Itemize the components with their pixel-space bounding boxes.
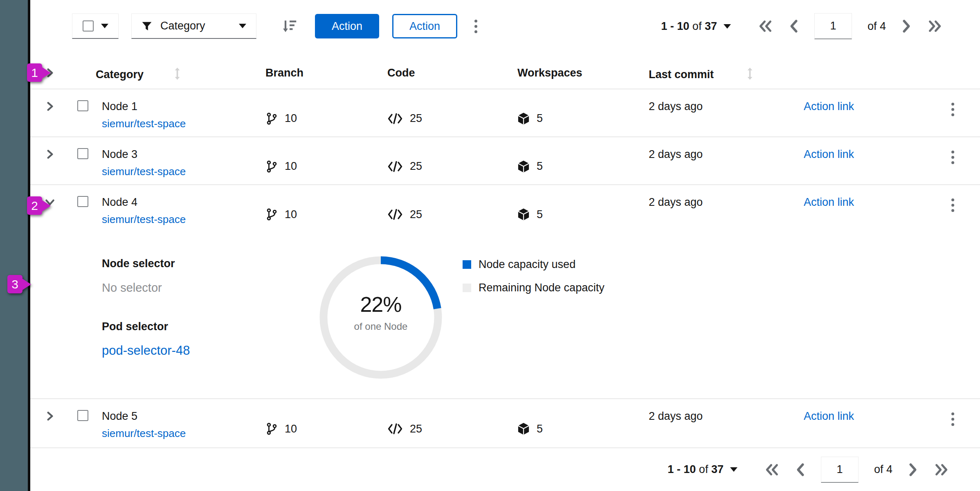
- row-expand-chevron[interactable]: [45, 101, 55, 115]
- row-expand-chevron[interactable]: [45, 411, 55, 424]
- row-space-link[interactable]: siemur/test-space: [102, 117, 265, 130]
- table-demo-page: Category Action Action 1 - 10 of 37: [30, 0, 980, 491]
- row-name: Node 5: [102, 410, 137, 422]
- annotation-badge-3: 3: [7, 275, 22, 293]
- last-page-button[interactable]: [933, 463, 949, 477]
- row-kebab-menu[interactable]: [949, 100, 957, 137]
- sort-both-icon: [174, 67, 181, 81]
- table-row-expanded: Node 4 siemur/test-space 10 25 5: [30, 185, 980, 233]
- cube-icon: [517, 208, 530, 221]
- node-selector-value: No selector: [102, 281, 190, 294]
- primary-action-button[interactable]: Action: [315, 14, 379, 38]
- branch-icon: [265, 112, 278, 125]
- workspaces-count: 5: [537, 160, 543, 173]
- caret-down-icon: [239, 24, 246, 28]
- workspaces-count: 5: [537, 112, 543, 125]
- category-filter-toggle[interactable]: Category: [131, 14, 256, 39]
- donut-percent-label: 22%: [360, 292, 401, 317]
- row-expansion-panel: Node selector No selector Pod selector p…: [30, 233, 980, 399]
- pod-selector-link[interactable]: pod-selector-48: [102, 343, 190, 358]
- current-page-input[interactable]: [821, 457, 859, 483]
- donut-subtitle: of one Node: [354, 321, 408, 332]
- sort-amount-down-icon: [281, 19, 298, 34]
- row-action-link[interactable]: Action link: [804, 100, 854, 113]
- last-page-button[interactable]: [927, 19, 942, 33]
- pagination-top: 1 - 10 of 37 of 4: [661, 13, 942, 39]
- code-icon: [387, 209, 403, 220]
- row-action-link[interactable]: Action link: [804, 410, 854, 422]
- previous-page-button[interactable]: [789, 19, 799, 33]
- row-name: Node 3: [102, 148, 137, 160]
- code-count: 25: [410, 423, 422, 435]
- last-commit-cell: 2 days ago: [649, 137, 804, 185]
- first-page-button[interactable]: [764, 463, 780, 477]
- pod-selector-label: Pod selector: [102, 320, 190, 333]
- bulk-select-toggle[interactable]: [72, 14, 119, 39]
- secondary-action-button[interactable]: Action: [392, 14, 457, 38]
- branch-icon: [265, 208, 278, 221]
- cube-icon: [517, 112, 530, 125]
- row-checkbox[interactable]: [77, 148, 88, 159]
- per-page-dropdown[interactable]: 1 - 10 of 37: [668, 463, 737, 476]
- column-header-workspaces: Workspaces: [517, 58, 649, 89]
- per-page-dropdown[interactable]: 1 - 10 of 37: [661, 20, 731, 33]
- annotation-badge-1: 1: [27, 63, 42, 82]
- bulk-select-checkbox[interactable]: [83, 20, 94, 32]
- toolbar-kebab-menu[interactable]: [472, 17, 480, 36]
- code-icon: [387, 113, 403, 124]
- row-kebab-menu[interactable]: [949, 410, 957, 448]
- row-kebab-menu[interactable]: [949, 196, 957, 233]
- row-action-link[interactable]: Action link: [804, 196, 854, 208]
- branch-count: 10: [285, 112, 297, 125]
- last-commit-cell: 2 days ago: [649, 89, 804, 137]
- row-checkbox[interactable]: [77, 100, 88, 111]
- pagination-bottom: 1 - 10 of 37 of 4: [668, 457, 949, 483]
- total-pages-label: of 4: [868, 20, 886, 33]
- row-checkbox[interactable]: [77, 196, 88, 207]
- cube-icon: [517, 160, 530, 173]
- column-header-category[interactable]: Category: [96, 58, 265, 89]
- legend-swatch-remaining: [463, 284, 471, 292]
- column-header-branch: Branch: [265, 58, 387, 89]
- branch-icon: [265, 422, 278, 435]
- legend-item-used: Node capacity used: [463, 258, 605, 271]
- last-commit-cell: 2 days ago: [649, 399, 804, 448]
- code-count: 25: [410, 112, 422, 125]
- code-count: 25: [410, 160, 422, 173]
- cube-icon: [517, 422, 530, 435]
- workspaces-count: 5: [537, 208, 543, 221]
- table-row: Node 5 siemur/test-space 10 25 5: [30, 399, 980, 448]
- pagination-nav: of 4: [758, 13, 942, 39]
- row-expand-chevron[interactable]: [45, 149, 55, 162]
- background-sidebar-strip: [0, 0, 28, 491]
- row-checkbox[interactable]: [77, 410, 88, 421]
- next-page-button[interactable]: [908, 463, 918, 477]
- row-space-link[interactable]: siemur/test-space: [102, 427, 265, 440]
- next-page-button[interactable]: [901, 19, 911, 33]
- current-page-input[interactable]: [814, 13, 852, 39]
- table-row: Node 3 siemur/test-space 10 25 5: [30, 137, 980, 185]
- legend-label-remaining: Remaining Node capacity: [479, 282, 605, 294]
- total-pages-label: of 4: [874, 463, 892, 476]
- sort-button[interactable]: [281, 19, 298, 34]
- row-space-link[interactable]: siemur/test-space: [102, 213, 265, 226]
- table-row: Node 1 siemur/test-space 10 25 5: [30, 89, 980, 137]
- previous-page-button[interactable]: [796, 463, 805, 477]
- annotation-badge-2: 2: [27, 196, 42, 215]
- caret-down-icon: [730, 467, 737, 472]
- row-action-link[interactable]: Action link: [804, 148, 854, 160]
- first-page-button[interactable]: [758, 19, 773, 33]
- code-icon: [387, 161, 403, 172]
- row-space-link[interactable]: siemur/test-space: [102, 165, 265, 178]
- row-kebab-menu[interactable]: [949, 148, 957, 185]
- row-name: Node 4: [102, 196, 137, 208]
- filter-label: Category: [160, 20, 205, 32]
- branch-count: 10: [285, 423, 297, 435]
- node-selector-label: Node selector: [102, 257, 190, 270]
- legend-swatch-used: [463, 260, 471, 269]
- branch-count: 10: [285, 160, 297, 173]
- legend-label-used: Node capacity used: [479, 258, 575, 271]
- column-header-last-commit[interactable]: Last commit: [649, 58, 980, 89]
- donut-legend: Node capacity used Remaining Node capaci…: [463, 258, 605, 294]
- pagination-summary: 1 - 10 of 37: [661, 20, 717, 33]
